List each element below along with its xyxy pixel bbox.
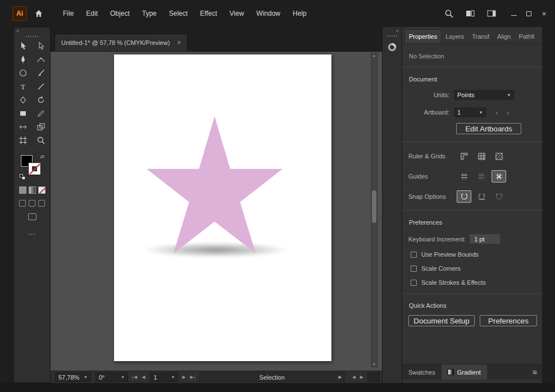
maximize-button[interactable] (521, 7, 536, 20)
menu-effect[interactable]: Effect (194, 6, 223, 21)
snap-to-pixel-button[interactable] (492, 190, 506, 203)
pen-tool[interactable] (14, 53, 32, 66)
draw-behind-button[interactable] (29, 200, 35, 207)
color-button[interactable] (19, 186, 26, 194)
width-tool[interactable] (14, 120, 32, 134)
use-preview-bounds-checkbox[interactable] (411, 252, 417, 258)
units-label: Units: (408, 92, 449, 98)
tab-align[interactable]: Align (493, 30, 515, 43)
artboard-tool[interactable] (14, 134, 32, 147)
next-artboard-icon[interactable]: ▶ (182, 375, 186, 380)
vertical-scrollbar[interactable]: ▲ ▼ (371, 53, 377, 367)
edit-artboards-button[interactable]: Edit Artboards (456, 123, 521, 134)
home-icon[interactable] (32, 7, 46, 20)
menu-help[interactable]: Help (286, 6, 313, 21)
zoom-tool[interactable] (32, 134, 50, 147)
rectangle-tool[interactable] (14, 107, 32, 120)
artboard-navigation-dropdown[interactable]: 1 ▼ (150, 372, 178, 382)
line-segment-tool[interactable] (32, 80, 50, 93)
keyboard-increment-label: Keyboard Increment: (408, 236, 466, 243)
scroll-left-icon[interactable]: ◀ (352, 375, 356, 380)
tools-panel-grip[interactable] (26, 36, 38, 37)
dock-grip[interactable] (387, 35, 397, 37)
previous-artboard-icon[interactable]: ◀ (142, 375, 145, 380)
draw-normal-button[interactable] (19, 200, 26, 207)
zoom-level-dropdown[interactable]: 57,78% ▼ (55, 372, 91, 382)
tab-properties[interactable]: Properties (404, 29, 442, 43)
shape-builder-tool[interactable] (32, 120, 50, 134)
draw-inside-button[interactable] (38, 200, 45, 207)
scale-corners-checkbox[interactable] (411, 266, 417, 272)
menu-select[interactable]: Select (163, 6, 194, 21)
document-tab[interactable]: Untitled-1* @ 57,78 % (CMYK/Preview) × (54, 34, 188, 51)
snap-to-point-button[interactable] (457, 190, 471, 203)
direct-selection-tool[interactable] (32, 39, 50, 53)
snap-to-grid-button[interactable] (474, 190, 489, 203)
scale-strokes-effects-checkbox[interactable] (411, 280, 417, 286)
ellipse-tool[interactable] (14, 66, 32, 80)
scale-strokes-effects-row: Scale Strokes & Effects (411, 279, 542, 286)
arrange-documents-icon[interactable] (463, 7, 477, 20)
none-button[interactable] (38, 186, 46, 194)
close-tab-icon[interactable]: × (177, 39, 181, 47)
color-wheel-panel-icon[interactable] (386, 41, 398, 53)
menu-window[interactable]: Window (250, 6, 286, 21)
preferences-button[interactable]: Preferences (480, 315, 537, 326)
shaper-tool[interactable] (14, 93, 32, 107)
type-tool[interactable]: T (14, 80, 32, 93)
pencil-tool[interactable] (32, 107, 50, 120)
artboard[interactable] (114, 54, 331, 361)
tab-swatches[interactable]: Swatches (402, 364, 442, 380)
menu-object[interactable]: Object (104, 6, 136, 21)
tab-layers[interactable]: Layers (442, 30, 468, 43)
units-dropdown[interactable]: Points ▼ (454, 90, 515, 100)
next-artboard-icon[interactable]: › (507, 108, 509, 117)
lock-guides-button[interactable] (474, 170, 489, 183)
previous-artboard-icon[interactable]: ‹ (495, 108, 498, 117)
curvature-tool[interactable] (32, 53, 50, 66)
panel-menu-icon[interactable]: ≡ (533, 368, 537, 377)
show-transparency-grid-button[interactable] (492, 150, 506, 162)
scroll-up-icon[interactable]: ▲ (371, 54, 377, 57)
artboard-dropdown[interactable]: 1 ▼ (454, 107, 486, 117)
status-display[interactable]: Selection ▶ (199, 372, 345, 382)
show-rulers-button[interactable] (457, 150, 471, 162)
ruler-grids-row: Ruler & Grids (408, 150, 542, 162)
edit-toolbar-ellipsis-icon[interactable]: … (14, 228, 50, 236)
paintbrush-tool[interactable] (32, 66, 50, 80)
first-artboard-icon[interactable]: |◀ (132, 375, 138, 380)
keyboard-increment-field[interactable]: 1 pt (470, 234, 500, 244)
tools-panel-collapse-icon[interactable]: « (14, 28, 50, 34)
menu-file[interactable]: File (57, 6, 80, 21)
preferences-section-title: Preferences (409, 219, 542, 226)
close-button[interactable]: × (536, 7, 552, 20)
document-setup-button[interactable]: Document Setup (408, 315, 475, 326)
stroke-color-swatch[interactable] (29, 163, 40, 175)
default-fill-stroke-icon[interactable] (20, 174, 25, 180)
menu-type[interactable]: Type (136, 6, 163, 21)
show-grid-button[interactable] (474, 150, 489, 162)
menu-edit[interactable]: Edit (80, 6, 104, 21)
tab-pathfinder[interactable]: Pathfi (515, 30, 538, 43)
canvas-area[interactable]: ▲ ▼ (51, 52, 382, 371)
vertical-scrollbar-thumb[interactable] (372, 190, 376, 223)
swap-fill-stroke-icon[interactable]: ⇄ (40, 154, 44, 159)
scroll-right-icon[interactable]: ▶ (360, 375, 364, 380)
menu-view[interactable]: View (224, 6, 251, 21)
tab-transform[interactable]: Transf (468, 30, 493, 43)
snap-to-guides-button[interactable] (492, 170, 506, 183)
selection-tool[interactable] (14, 39, 32, 53)
screen-mode-button[interactable] (28, 213, 37, 220)
gradient-button[interactable] (29, 186, 36, 194)
show-guides-button[interactable] (457, 170, 471, 183)
search-icon[interactable] (442, 7, 456, 20)
minimize-button[interactable] (506, 7, 521, 20)
tab-gradient[interactable]: Gradient (442, 364, 487, 380)
scroll-down-icon[interactable]: ▼ (371, 363, 377, 366)
status-expand-icon[interactable]: ▶ (339, 375, 342, 380)
rotation-dropdown[interactable]: 0° ▼ (95, 372, 128, 382)
rotate-tool[interactable] (32, 93, 50, 107)
workspace-switcher-icon[interactable] (485, 7, 498, 20)
dock-collapse-icon[interactable]: « (383, 27, 402, 34)
last-artboard-icon[interactable]: ▶| (190, 375, 196, 380)
